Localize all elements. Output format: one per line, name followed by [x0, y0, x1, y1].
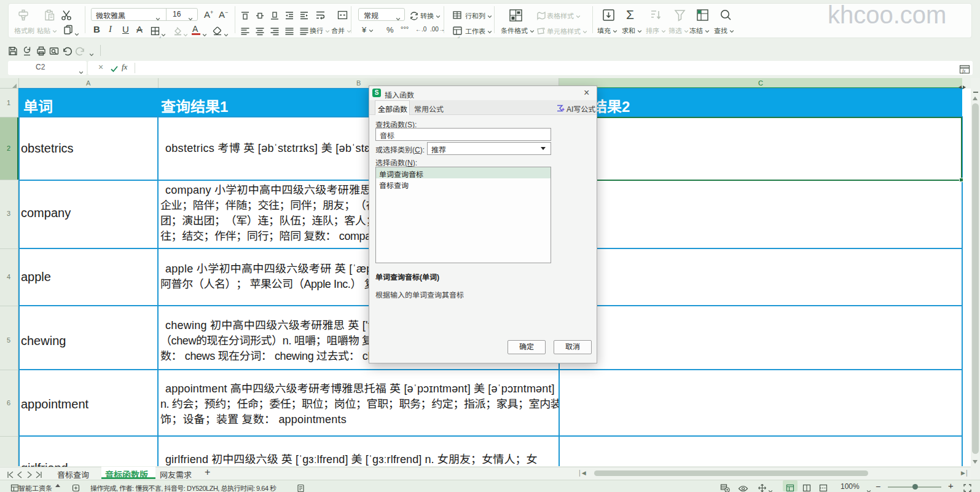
svg-text:fx: fx — [962, 68, 966, 74]
